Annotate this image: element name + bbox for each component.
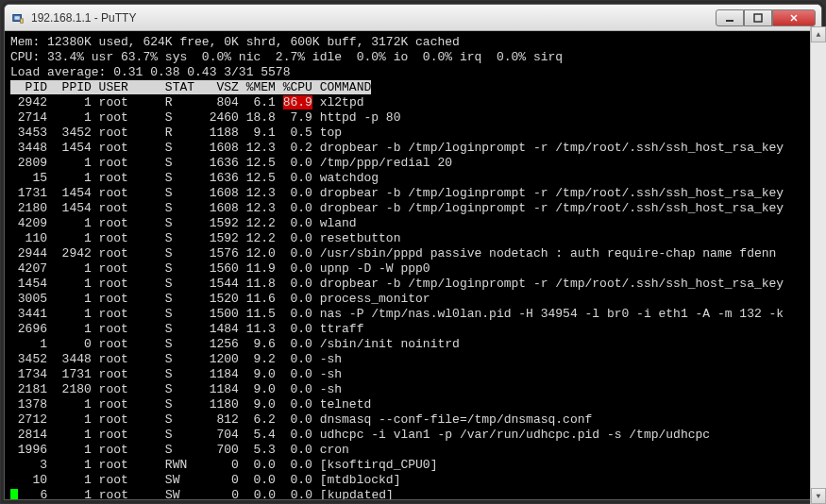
process-row: 1734 1731 root S 1184 9.0 0.0 -sh	[10, 367, 816, 382]
process-row: 2696 1 root S 1484 11.3 0.0 ttraff	[10, 322, 816, 337]
process-row: 3448 1454 root S 1608 12.3 0.2 dropbear …	[10, 141, 816, 156]
process-row: 3453 3452 root R 1188 9.1 0.5 top	[10, 126, 816, 141]
process-row: 2942 1 root R 804 6.1 86.9 xl2tpd	[10, 95, 816, 110]
process-row: 2181 2180 root S 1184 9.0 0.0 -sh	[10, 382, 816, 397]
cpu-line: CPU: 33.4% usr 63.7% sys 0.0% nic 2.7% i…	[10, 50, 816, 65]
cursor	[10, 489, 18, 499]
mem-line: Mem: 12380K used, 624K free, 0K shrd, 60…	[10, 35, 816, 50]
cpu-highlight: 86.9	[283, 95, 312, 109]
window-title: 192.168.1.1 - PuTTY	[31, 11, 716, 25]
svg-rect-4	[754, 14, 762, 22]
process-row: 6 1 root SW 0 0.0 0.0 [kupdated]	[10, 488, 816, 499]
putty-icon	[10, 10, 25, 25]
process-row: 2714 1 root S 2460 18.8 7.9 httpd -p 80	[10, 110, 816, 126]
process-row: 1731 1454 root S 1608 12.3 0.0 dropbear …	[10, 186, 816, 201]
process-row: 2944 2942 root S 1576 12.0 0.0 /usr/sbin…	[10, 246, 816, 261]
process-row: 3452 3448 root S 1200 9.2 0.0 -sh	[10, 352, 816, 367]
process-row: 2809 1 root S 1636 12.5 0.0 /tmp/ppp/red…	[10, 156, 816, 171]
process-row: 2712 1 root S 812 6.2 0.0 dnsmasq --conf…	[10, 412, 816, 428]
close-button[interactable]	[772, 9, 816, 26]
process-row: 1996 1 root S 700 5.3 0.0 cron	[10, 443, 816, 458]
process-row: 1454 1 root S 1544 11.8 0.0 dropbear -b …	[10, 277, 816, 292]
process-row: 3 1 root RWN 0 0.0 0.0 [ksoftirqd_CPU0]	[10, 458, 816, 473]
minimize-button[interactable]	[716, 9, 744, 26]
window-controls	[716, 9, 816, 26]
process-row: 4209 1 root S 1592 12.2 0.0 wland	[10, 216, 816, 231]
svg-rect-1	[15, 16, 20, 20]
vertical-scrollbar[interactable]: ▲ ▼	[810, 26, 822, 500]
process-row: 3005 1 root S 1520 11.6 0.0 process_moni…	[10, 292, 816, 307]
process-row: 1378 1 root S 1180 9.0 0.0 telnetd	[10, 397, 816, 412]
titlebar[interactable]: 192.168.1.1 - PuTTY	[5, 5, 821, 31]
process-row: 110 1 root S 1592 12.2 0.0 resetbutton	[10, 231, 816, 246]
process-row: 10 1 root SW 0 0.0 0.0 [mtdblockd]	[10, 473, 816, 488]
maximize-button[interactable]	[744, 9, 772, 26]
scrollbar-track[interactable]	[811, 42, 822, 488]
process-row: 1 0 root S 1256 9.6 0.0 /sbin/init noini…	[10, 337, 816, 352]
process-row: 15 1 root S 1636 12.5 0.0 watchdog	[10, 171, 816, 186]
scroll-up-button[interactable]: ▲	[811, 26, 822, 42]
header-row: PID PPID USER STAT VSZ %MEM %CPU COMMAND	[10, 80, 816, 95]
process-row: 3441 1 root S 1500 11.5 0.0 nas -P /tmp/…	[10, 307, 816, 322]
svg-rect-2	[21, 18, 24, 22]
process-row: 4207 1 root S 1560 11.9 0.0 upnp -D -W p…	[10, 261, 816, 277]
scroll-down-button[interactable]: ▼	[811, 488, 822, 500]
process-row: 2814 1 root S 704 5.4 0.0 udhcpc -i vlan…	[10, 428, 816, 443]
load-line: Load average: 0.31 0.38 0.43 3/31 5578	[10, 65, 816, 80]
terminal-output[interactable]: Mem: 12380K used, 624K free, 0K shrd, 60…	[5, 31, 821, 499]
putty-window: 192.168.1.1 - PuTTY Mem: 12380K used, 62…	[4, 4, 822, 500]
process-row: 2180 1454 root S 1608 12.3 0.0 dropbear …	[10, 201, 816, 216]
